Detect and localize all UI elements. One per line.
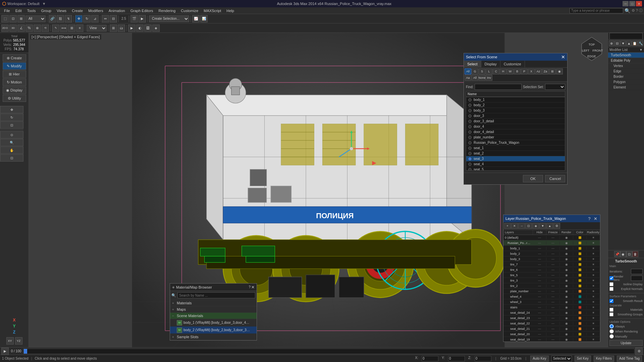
mb-sample-slots-section[interactable]: + Sample Slots: [170, 334, 257, 340]
xref-type-btn[interactable]: X: [528, 68, 535, 74]
smooth-result-checkbox[interactable]: [609, 299, 613, 303]
play-btn[interactable]: ▶: [1, 348, 9, 355]
editable-poly-modifier-item[interactable]: Editable Poly: [608, 58, 644, 63]
menu-group[interactable]: Group: [38, 8, 54, 13]
all-types-btn[interactable]: All: [465, 68, 471, 74]
edge-subitem[interactable]: Edge: [608, 69, 644, 74]
mirror-btn[interactable]: ⇔: [102, 15, 109, 22]
dope-sheet-btn[interactable]: 📊: [200, 15, 208, 22]
layer-add-sel-btn[interactable]: →: [518, 223, 525, 229]
iterations-input[interactable]: 0: [631, 269, 643, 274]
customize-tab[interactable]: Customize: [500, 61, 525, 67]
mb-close-btn[interactable]: ✕: [251, 285, 255, 290]
snap-2d-btn[interactable]: 2D⊙: [1, 24, 9, 32]
help-search-input[interactable]: [570, 8, 623, 13]
layer-item[interactable]: tire_5——◉☀: [503, 273, 600, 278]
layer-collapse-btn[interactable]: ▲: [546, 223, 553, 229]
nav-cube[interactable]: TOP FRONT LEFT EDGE: [578, 36, 605, 62]
layer-item[interactable]: seat_detail_20——◉☀: [503, 331, 600, 337]
ok-button[interactable]: OK: [523, 175, 543, 182]
search-icon[interactable]: 🔍: [625, 8, 630, 13]
select-filter-btn[interactable]: ⊞: [17, 15, 25, 22]
scene-object-item[interactable]: Russian_Police_Truck_Wagon: [466, 140, 565, 145]
layer-item[interactable]: seat_detail_22——◉☀: [503, 321, 600, 326]
mb-scene-materials-section[interactable]: − Scene Materials: [170, 313, 257, 319]
scene-object-item[interactable]: body_1: [466, 97, 565, 103]
spacewarp-type-btn[interactable]: W: [507, 68, 514, 74]
layer-item[interactable]: tire_2——◉☀: [503, 283, 600, 289]
modifier-icon-6[interactable]: 🔧: [638, 40, 643, 46]
layer-item[interactable]: seat_detail_23——◉☀: [503, 315, 600, 321]
camera-type-btn[interactable]: C: [493, 68, 499, 74]
scene-object-item[interactable]: body_2: [466, 103, 565, 108]
menu-help[interactable]: Help: [224, 8, 237, 13]
layer-new-btn[interactable]: +: [504, 223, 511, 229]
mb-materials-section[interactable]: + Materials: [170, 300, 257, 306]
edit-named-sel-btn[interactable]: ✎: [52, 24, 59, 32]
layer-item[interactable]: stairs——◉☀: [503, 305, 600, 310]
select-scene-close-btn[interactable]: ✕: [561, 54, 565, 60]
menu-views[interactable]: Views: [54, 8, 69, 13]
render-iters-checkbox[interactable]: [609, 276, 613, 280]
layer-item[interactable]: wheel_3——◉☀: [503, 299, 600, 305]
select-filter-dropdown[interactable]: All: [25, 15, 46, 22]
scene-object-item[interactable]: plate_number: [466, 135, 565, 140]
when-render-radio[interactable]: [609, 329, 614, 334]
layer-settings-btn[interactable]: ⚙: [553, 223, 560, 229]
align2-btn[interactable]: ≡: [76, 24, 84, 32]
modifier-list-dropdown[interactable]: ▼: [639, 48, 643, 52]
geo-type-btn[interactable]: G: [472, 68, 478, 74]
layer-select-btn[interactable]: ⊡: [525, 223, 532, 229]
mb-search-input[interactable]: [177, 292, 255, 298]
select-move-btn[interactable]: ✥: [75, 15, 83, 22]
minimize-button[interactable]: ─: [623, 1, 629, 6]
bone-type-btn[interactable]: B: [514, 68, 521, 74]
scene-object-item[interactable]: door_4_detail: [466, 129, 565, 135]
turbosmoooth-modifier-item[interactable]: TurboSmooth: [608, 53, 644, 58]
mb-material-item-1[interactable]: M body_1 (VRayMtl) [body_1,door_3,door_4…: [170, 319, 257, 326]
array-btn[interactable]: ⊞: [68, 24, 75, 32]
menu-rendering[interactable]: Rendering: [156, 8, 178, 13]
select-all-btn[interactable]: All: [472, 75, 478, 81]
sort-za-btn[interactable]: Za: [542, 68, 549, 74]
layer-item[interactable]: body_1——◉☀: [503, 246, 600, 251]
remove-modifier-btn[interactable]: 🗑: [632, 251, 638, 257]
menu-file[interactable]: File: [1, 8, 13, 13]
motion-tab-btn[interactable]: ↻ Motion: [3, 78, 26, 86]
update-button[interactable]: Update: [609, 340, 643, 346]
smoothing-groups-checkbox[interactable]: [609, 312, 613, 316]
render2-btn[interactable]: ▶: [128, 24, 136, 32]
layer-item[interactable]: plate_number——◉☀: [503, 289, 600, 294]
create-tab-btn[interactable]: ⊕ Create: [3, 54, 26, 62]
scene-object-item[interactable]: seat_3: [466, 156, 565, 162]
bind-space-warp-btn[interactable]: ↯: [65, 15, 72, 22]
align-btn[interactable]: ⊟: [110, 15, 117, 22]
material-editor-btn[interactable]: ◈: [152, 24, 160, 32]
yz-btn[interactable]: YZ: [15, 337, 22, 345]
move-tool-btn[interactable]: ✥: [0, 106, 23, 113]
rotate-tool-btn[interactable]: ↻: [0, 114, 23, 121]
pan-tool-btn[interactable]: ✋: [0, 146, 23, 154]
menu-maxscript[interactable]: MAXScript: [201, 8, 224, 13]
scene-object-item[interactable]: seat_4: [466, 162, 565, 167]
maximize-button[interactable]: □: [629, 1, 635, 6]
mirror2-btn[interactable]: ⟺: [60, 24, 67, 32]
view-dropdown[interactable]: View: [87, 25, 107, 32]
particle-type-btn[interactable]: P: [521, 68, 528, 74]
modifier-icon-5[interactable]: 📋: [632, 40, 637, 46]
scene-object-item[interactable]: body_3: [466, 108, 565, 113]
show-result-btn[interactable]: ◉: [620, 251, 626, 257]
render-iters-input[interactable]: 2: [631, 276, 643, 281]
mb-help-btn[interactable]: ?: [249, 285, 251, 290]
hierarchy-tab-btn[interactable]: ⊞ Hier: [3, 70, 26, 78]
menu-tools[interactable]: Tools: [24, 8, 39, 13]
render-btn[interactable]: ▶: [139, 15, 146, 22]
sort-az-btn[interactable]: Az: [535, 68, 542, 74]
layer-item[interactable]: body_2——◉☀: [503, 251, 600, 256]
x-coord-input[interactable]: [422, 356, 438, 361]
layer-item[interactable]: tire_3——◉☀: [503, 278, 600, 283]
polygon-subitem[interactable]: Polygon: [608, 79, 644, 85]
y-coord-input[interactable]: [448, 356, 465, 361]
sort-color-btn[interactable]: ◉: [556, 68, 563, 74]
mb-material-item-2[interactable]: M body_2 (VRayMtl) [body_2,body_3,door_3…: [170, 326, 257, 334]
